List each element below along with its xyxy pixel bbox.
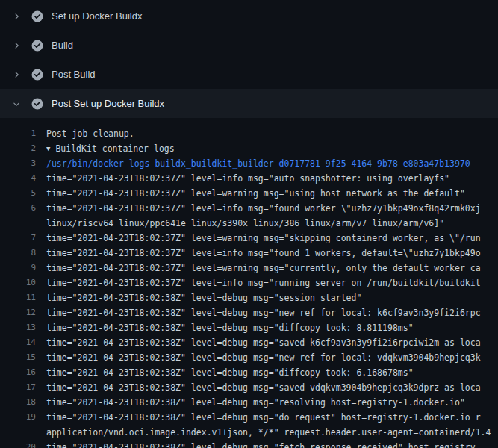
step-label: Post Set up Docker Buildx xyxy=(52,98,164,109)
chevron-icon xyxy=(12,41,21,50)
step-header-post-set-up-docker-buildx[interactable]: Post Set up Docker Buildx xyxy=(0,89,498,118)
line-number[interactable]: 15 xyxy=(0,350,36,365)
check-circle-icon xyxy=(31,10,43,22)
line-number xyxy=(0,425,36,440)
log-line: 2▼BuildKit container logs xyxy=(0,141,498,156)
log-text: linux/riscv64 linux/ppc641e linux/s390x … xyxy=(46,216,444,231)
line-number[interactable]: 16 xyxy=(0,365,36,380)
step-list: Set up Docker BuildxBuildPost BuildPost … xyxy=(0,0,498,118)
group-caret-icon: ▼ xyxy=(46,141,50,156)
line-number[interactable]: 9 xyxy=(0,261,36,276)
line-number xyxy=(0,216,36,231)
log-line: 7time="2021-04-23T18:02:37Z" level=warni… xyxy=(0,231,498,246)
step-header-set-up-docker-buildx[interactable]: Set up Docker Buildx xyxy=(0,1,498,31)
check-circle-icon xyxy=(31,40,43,52)
line-number[interactable]: 10 xyxy=(0,276,36,290)
check-circle-icon xyxy=(31,69,43,81)
log-text: time="2021-04-23T18:02:38Z" level=debug … xyxy=(46,350,481,365)
log-text: time="2021-04-23T18:02:37Z" level=warnin… xyxy=(46,186,465,201)
line-number[interactable]: 8 xyxy=(0,246,36,261)
line-number[interactable]: 11 xyxy=(0,290,36,305)
log-line: 1Post job cleanup. xyxy=(0,126,498,141)
log-line: 3/usr/bin/docker logs buildx_buildkit_bu… xyxy=(0,156,498,171)
log-line: 6time="2021-04-23T18:02:37Z" level=info … xyxy=(0,201,498,216)
log-text: time="2021-04-23T18:02:37Z" level=warnin… xyxy=(46,231,481,246)
log-text: time="2021-04-23T18:02:37Z" level=warnin… xyxy=(46,261,481,276)
group-label: BuildKit container logs xyxy=(55,143,174,154)
line-number[interactable]: 20 xyxy=(0,440,36,448)
line-number[interactable]: 19 xyxy=(0,410,36,425)
log-group-toggle[interactable]: ▼BuildKit container logs xyxy=(46,141,175,156)
log-text: time="2021-04-23T18:02:38Z" level=debug … xyxy=(46,380,481,395)
log-text: time="2021-04-23T18:02:37Z" level=info m… xyxy=(46,171,449,186)
log-line: 9time="2021-04-23T18:02:37Z" level=warni… xyxy=(0,261,498,276)
log-line: 15time="2021-04-23T18:02:38Z" level=debu… xyxy=(0,350,498,365)
log-line: 12time="2021-04-23T18:02:38Z" level=debu… xyxy=(0,305,498,320)
step-label: Set up Docker Buildx xyxy=(52,10,142,22)
log-line: 17time="2021-04-23T18:02:38Z" level=debu… xyxy=(0,380,498,395)
log-line: 13time="2021-04-23T18:02:38Z" level=debu… xyxy=(0,320,498,335)
line-number[interactable]: 4 xyxy=(0,171,36,186)
log-text: Post job cleanup. xyxy=(46,126,134,141)
log-line: 4time="2021-04-23T18:02:37Z" level=info … xyxy=(0,171,498,186)
log-line: application/vnd.oci.image.index.v1+json,… xyxy=(0,425,498,440)
line-number[interactable]: 2 xyxy=(0,141,36,156)
step-label: Post Build xyxy=(52,69,96,80)
line-number[interactable]: 5 xyxy=(0,186,36,201)
log-command: /usr/bin/docker logs buildx_buildkit_bui… xyxy=(46,156,470,171)
log-text: time="2021-04-23T18:02:38Z" level=debug … xyxy=(46,320,414,335)
log-line: 16time="2021-04-23T18:02:38Z" level=debu… xyxy=(0,365,498,380)
log-body: 1Post job cleanup.2▼BuildKit container l… xyxy=(0,118,498,448)
log-text: time="2021-04-23T18:02:38Z" level=debug … xyxy=(46,395,465,410)
line-number[interactable]: 13 xyxy=(0,320,36,335)
step-label: Build xyxy=(52,40,73,51)
log-line: 8time="2021-04-23T18:02:37Z" level=info … xyxy=(0,246,498,261)
log-line: 11time="2021-04-23T18:02:38Z" level=debu… xyxy=(0,290,498,305)
chevron-icon xyxy=(12,70,21,79)
check-circle-icon xyxy=(31,98,43,110)
chevron-icon xyxy=(12,12,21,21)
line-number[interactable]: 12 xyxy=(0,305,36,320)
log-line: linux/riscv64 linux/ppc641e linux/s390x … xyxy=(0,216,498,231)
step-header-post-build[interactable]: Post Build xyxy=(0,60,498,89)
log-text: time="2021-04-23T18:02:37Z" level=info m… xyxy=(46,246,481,261)
log-text: time="2021-04-23T18:02:38Z" level=debug … xyxy=(46,365,414,380)
log-text: time="2021-04-23T18:02:38Z" level=debug … xyxy=(46,440,476,448)
log-text: time="2021-04-23T18:02:38Z" level=debug … xyxy=(46,290,361,305)
log-line: 14time="2021-04-23T18:02:38Z" level=debu… xyxy=(0,335,498,350)
line-number[interactable]: 3 xyxy=(0,156,36,171)
log-line: 5time="2021-04-23T18:02:37Z" level=warni… xyxy=(0,186,498,201)
line-number[interactable]: 1 xyxy=(0,126,36,141)
line-number[interactable]: 18 xyxy=(0,395,36,410)
log-text: time="2021-04-23T18:02:38Z" level=debug … xyxy=(46,410,481,425)
step-header-build[interactable]: Build xyxy=(0,31,498,60)
log-text: application/vnd.oci.image.index.v1+json,… xyxy=(46,425,491,440)
log-line: 20time="2021-04-23T18:02:38Z" level=debu… xyxy=(0,440,498,448)
line-number[interactable]: 7 xyxy=(0,231,36,246)
log-line: 10time="2021-04-23T18:02:37Z" level=info… xyxy=(0,276,498,290)
line-number[interactable]: 14 xyxy=(0,335,36,350)
chevron-icon xyxy=(12,99,21,108)
log-text: time="2021-04-23T18:02:38Z" level=debug … xyxy=(46,335,481,350)
log-text: time="2021-04-23T18:02:37Z" level=info m… xyxy=(46,276,481,290)
log-line: 18time="2021-04-23T18:02:38Z" level=debu… xyxy=(0,395,498,410)
line-number[interactable]: 17 xyxy=(0,380,36,395)
line-number[interactable]: 6 xyxy=(0,201,36,216)
log-text: time="2021-04-23T18:02:38Z" level=debug … xyxy=(46,305,481,320)
log-text: time="2021-04-23T18:02:37Z" level=info m… xyxy=(46,201,481,216)
log-line: 19time="2021-04-23T18:02:38Z" level=debu… xyxy=(0,410,498,425)
